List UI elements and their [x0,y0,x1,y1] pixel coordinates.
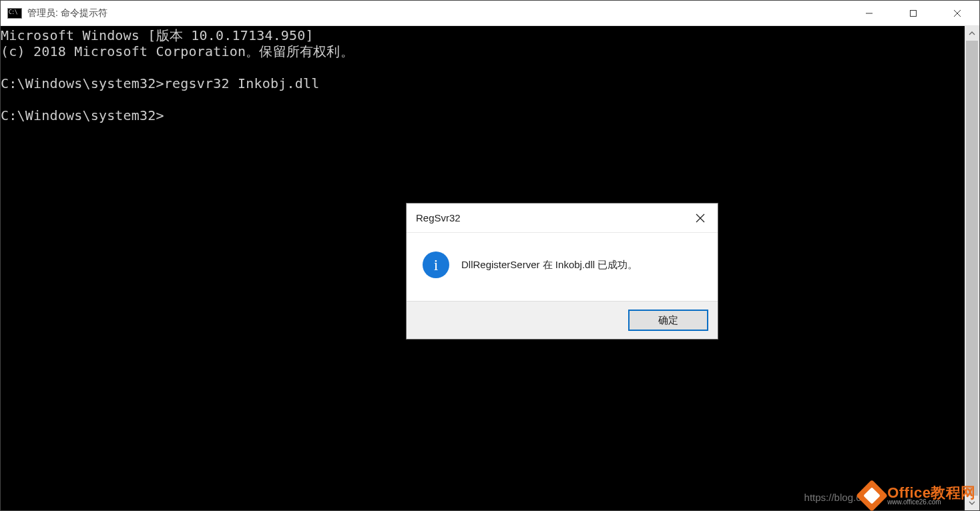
vertical-scrollbar[interactable] [965,26,979,510]
scroll-up-button[interactable] [965,26,979,41]
info-icon: i [423,251,449,278]
chevron-up-icon [969,30,975,37]
maximize-icon [909,9,917,17]
scroll-track[interactable] [965,41,979,496]
svg-rect-1 [911,10,917,16]
close-icon [953,9,961,17]
terminal-line: C:\Windows\system32>regsvr32 Inkobj.dll [1,75,319,91]
chevron-down-icon [969,500,975,506]
terminal-line: (c) 2018 Microsoft Corporation。保留所有权利。 [1,43,354,59]
dialog-title: RegSvr32 [416,212,683,223]
window-title: 管理员: 命令提示符 [27,7,847,19]
close-button[interactable] [935,1,979,25]
minimize-button[interactable] [847,1,891,25]
dialog-footer: 确定 [407,301,718,339]
close-icon [696,213,705,223]
scroll-thumb[interactable] [966,41,978,496]
title-controls [847,1,979,25]
terminal-prompt: C:\Windows\system32> [1,107,164,123]
titlebar[interactable]: 管理员: 命令提示符 [1,1,979,26]
dialog-body: i DllRegisterServer 在 Inkobj.dll 已成功。 [407,233,718,301]
cmd-icon [7,8,22,19]
ok-button[interactable]: 确定 [628,310,708,331]
dialog-message: DllRegisterServer 在 Inkobj.dll 已成功。 [461,259,638,272]
regsvr32-dialog: RegSvr32 i DllRegisterServer 在 Inkobj.dl… [406,203,718,340]
dialog-close-button[interactable] [683,203,718,232]
minimize-icon [865,9,873,17]
scroll-down-button[interactable] [965,496,979,510]
maximize-button[interactable] [891,1,935,25]
dialog-titlebar[interactable]: RegSvr32 [407,203,718,233]
terminal-line: Microsoft Windows [版本 10.0.17134.950] [1,27,314,43]
